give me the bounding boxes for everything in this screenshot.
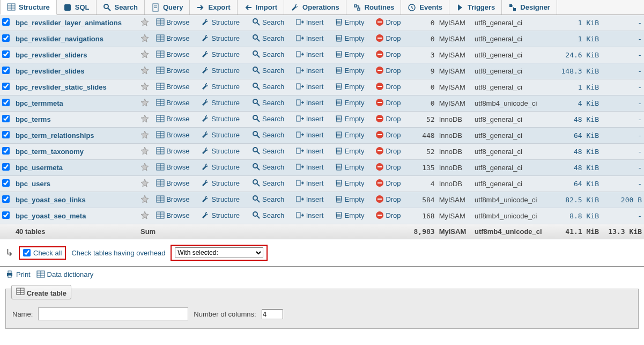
structure-link[interactable]: Structure <box>200 163 241 171</box>
row-checkbox[interactable] <box>2 147 10 155</box>
table-name-link[interactable]: bpc_term_relationships <box>16 131 94 140</box>
search-link[interactable]: Search <box>251 163 285 171</box>
favorite-icon[interactable] <box>140 98 149 107</box>
row-checkbox[interactable] <box>2 131 10 138</box>
browse-link[interactable]: Browse <box>155 163 190 171</box>
check-all-link[interactable]: Check all <box>33 249 62 257</box>
favorite-icon[interactable] <box>140 130 149 139</box>
search-link[interactable]: Search <box>251 114 285 123</box>
insert-link[interactable]: Insert <box>295 50 325 58</box>
columns-count-input[interactable] <box>262 309 283 319</box>
tab-designer[interactable]: Designer <box>502 0 557 14</box>
insert-link[interactable]: Insert <box>295 146 325 155</box>
structure-link[interactable]: Structure <box>200 179 241 187</box>
data-dictionary-link[interactable]: Data dictionary <box>36 270 94 278</box>
browse-link[interactable]: Browse <box>155 98 190 107</box>
tab-import[interactable]: Import <box>238 0 284 14</box>
empty-link[interactable]: Empty <box>334 146 366 155</box>
structure-link[interactable]: Structure <box>200 66 241 75</box>
empty-link[interactable]: Empty <box>334 82 366 91</box>
structure-link[interactable]: Structure <box>200 18 241 26</box>
table-name-link[interactable]: bpc_termmeta <box>16 99 63 107</box>
table-name-input[interactable] <box>38 307 188 320</box>
search-link[interactable]: Search <box>251 195 285 203</box>
insert-link[interactable]: Insert <box>295 34 325 42</box>
structure-link[interactable]: Structure <box>200 98 241 107</box>
drop-link[interactable]: Drop <box>374 146 402 155</box>
browse-link[interactable]: Browse <box>155 50 190 58</box>
search-link[interactable]: Search <box>251 98 285 107</box>
drop-link[interactable]: Drop <box>374 34 402 42</box>
tab-search[interactable]: Search <box>97 0 145 14</box>
favorite-icon[interactable] <box>140 163 149 171</box>
browse-link[interactable]: Browse <box>155 146 190 155</box>
structure-link[interactable]: Structure <box>200 195 241 203</box>
search-link[interactable]: Search <box>251 211 285 219</box>
insert-link[interactable]: Insert <box>295 66 325 75</box>
insert-link[interactable]: Insert <box>295 179 325 187</box>
empty-link[interactable]: Empty <box>334 66 366 75</box>
empty-link[interactable]: Empty <box>334 211 366 219</box>
insert-link[interactable]: Insert <box>295 18 325 26</box>
search-link[interactable]: Search <box>251 179 285 187</box>
row-checkbox[interactable] <box>2 211 10 219</box>
drop-link[interactable]: Drop <box>374 98 402 107</box>
tab-triggers[interactable]: Triggers <box>449 0 502 14</box>
empty-link[interactable]: Empty <box>334 114 366 123</box>
table-name-link[interactable]: bpc_term_taxonomy <box>16 148 84 156</box>
check-all-checkbox[interactable] <box>23 249 31 256</box>
favorite-icon[interactable] <box>140 146 149 155</box>
structure-link[interactable]: Structure <box>200 130 241 139</box>
search-link[interactable]: Search <box>251 50 285 58</box>
row-checkbox[interactable] <box>2 115 10 122</box>
empty-link[interactable]: Empty <box>334 50 366 58</box>
search-link[interactable]: Search <box>251 130 285 139</box>
drop-link[interactable]: Drop <box>374 163 402 171</box>
search-link[interactable]: Search <box>251 146 285 155</box>
table-name-link[interactable]: bpc_terms <box>16 115 51 123</box>
insert-link[interactable]: Insert <box>295 195 325 203</box>
structure-link[interactable]: Structure <box>200 82 241 91</box>
favorite-icon[interactable] <box>140 114 149 123</box>
print-link[interactable]: Print <box>5 270 31 278</box>
with-selected-dropdown[interactable]: With selected: <box>175 247 263 258</box>
drop-link[interactable]: Drop <box>374 18 402 26</box>
insert-link[interactable]: Insert <box>295 211 325 219</box>
row-checkbox[interactable] <box>2 67 10 74</box>
row-checkbox[interactable] <box>2 99 10 106</box>
favorite-icon[interactable] <box>140 66 149 75</box>
table-name-link[interactable]: bpc_yoast_seo_meta <box>16 212 86 220</box>
favorite-icon[interactable] <box>140 211 149 219</box>
row-checkbox[interactable] <box>2 195 10 203</box>
browse-link[interactable]: Browse <box>155 195 190 203</box>
browse-link[interactable]: Browse <box>155 211 190 219</box>
browse-link[interactable]: Browse <box>155 114 190 123</box>
insert-link[interactable]: Insert <box>295 98 325 107</box>
drop-link[interactable]: Drop <box>374 114 402 123</box>
drop-link[interactable]: Drop <box>374 66 402 75</box>
drop-link[interactable]: Drop <box>374 179 402 187</box>
favorite-icon[interactable] <box>140 18 149 26</box>
favorite-icon[interactable] <box>140 34 149 42</box>
table-name-link[interactable]: bpc_revslider_layer_animations <box>16 19 122 27</box>
insert-link[interactable]: Insert <box>295 82 325 91</box>
table-name-link[interactable]: bpc_revslider_sliders <box>16 51 87 59</box>
search-link[interactable]: Search <box>251 18 285 26</box>
table-name-link[interactable]: bpc_revslider_static_slides <box>16 83 107 91</box>
empty-link[interactable]: Empty <box>334 130 366 139</box>
drop-link[interactable]: Drop <box>374 82 402 91</box>
search-link[interactable]: Search <box>251 82 285 91</box>
drop-link[interactable]: Drop <box>374 211 402 219</box>
search-link[interactable]: Search <box>251 34 285 42</box>
favorite-icon[interactable] <box>140 82 149 91</box>
tab-query[interactable]: Query <box>145 0 190 14</box>
insert-link[interactable]: Insert <box>295 114 325 123</box>
browse-link[interactable]: Browse <box>155 130 190 139</box>
row-checkbox[interactable] <box>2 50 10 58</box>
row-checkbox[interactable] <box>2 34 10 42</box>
insert-link[interactable]: Insert <box>295 163 325 171</box>
tab-sql[interactable]: SQL <box>57 0 97 14</box>
structure-link[interactable]: Structure <box>200 211 241 219</box>
check-overhead-link[interactable]: Check tables having overhead <box>71 249 165 257</box>
drop-link[interactable]: Drop <box>374 195 402 203</box>
